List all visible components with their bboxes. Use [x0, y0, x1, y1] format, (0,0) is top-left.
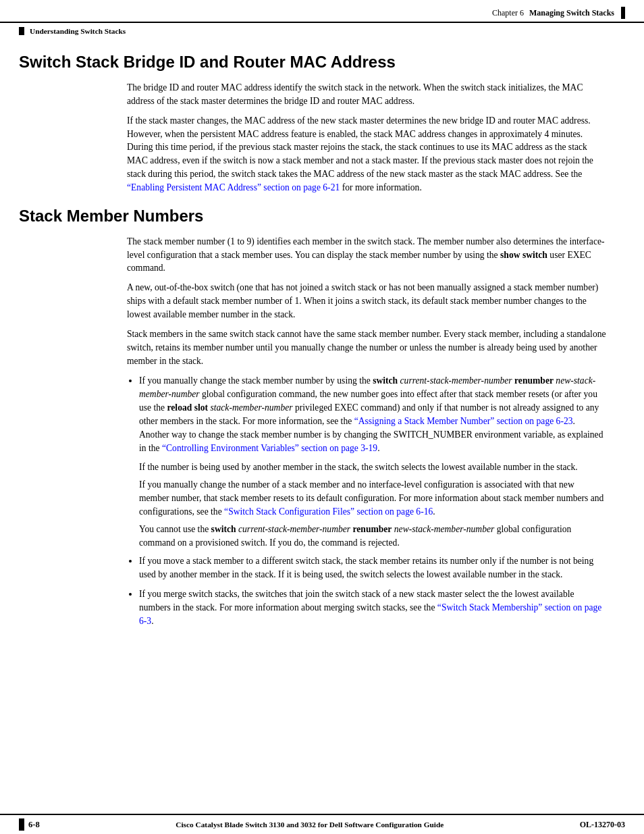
stack-member-p1: The stack member number (1 to 9) identif…: [127, 235, 606, 276]
footer-bar-icon: [19, 818, 24, 831]
stack-member-p3: Stack members in the same switch stack c…: [127, 328, 606, 368]
stack-member-bullets: If you manually change the stack member …: [127, 374, 606, 627]
new-stack-italic2: new-stack-member-number: [392, 524, 494, 534]
renumber-bold2: renumber: [353, 524, 392, 534]
page-footer: 6-8 Cisco Catalyst Blade Switch 3130 and…: [0, 814, 644, 834]
breadcrumb: Understanding Switch Stacks: [0, 26, 644, 41]
current-stack-italic: current-stack-member-number: [398, 375, 514, 386]
assigning-stack-link[interactable]: “Assigning a Stack Member Number” sectio…: [354, 416, 573, 426]
section-title-stack-member-numbers: Stack Member Numbers: [19, 207, 625, 227]
header-bar-icon: [621, 7, 625, 19]
stack-member-num-italic: stack-member-number: [208, 402, 292, 413]
footer-page-number: 6-8: [28, 820, 40, 830]
main-content: Switch Stack Bridge ID and Router MAC Ad…: [0, 53, 644, 628]
bullet-2: If you move a stack member to a differen…: [139, 554, 606, 581]
footer-page-left: 6-8: [19, 818, 40, 831]
bridge-id-p2: If the stack master changes, the MAC add…: [127, 114, 606, 194]
current-stack-italic2: current-stack-member-number: [236, 524, 353, 534]
persistent-mac-link[interactable]: “Enabling Persistent MAC Address” sectio…: [127, 182, 340, 192]
switch-stack-config-link[interactable]: “Switch Stack Configuration Files” secti…: [224, 506, 433, 517]
bullet-1: If you manually change the stack member …: [139, 374, 606, 549]
bullet-1-extra3: You cannot use the switch current-stack-…: [139, 523, 606, 550]
bullet-3: If you merge switch stacks, the switches…: [139, 588, 606, 628]
section-title-bridge-id: Switch Stack Bridge ID and Router MAC Ad…: [19, 53, 625, 73]
show-switch-bold: show switch: [500, 250, 547, 260]
stack-member-body: The stack member number (1 to 9) identif…: [127, 235, 606, 368]
breadcrumb-bar-icon: [19, 27, 24, 35]
footer-right-text: OL-13270-03: [580, 820, 625, 830]
switch-bold2: switch: [211, 524, 236, 534]
reload-slot-bold: reload slot: [167, 402, 209, 413]
header-title: Managing Switch Stacks: [529, 8, 614, 18]
switch-bold: switch: [373, 375, 398, 386]
page: Chapter 6 Managing Switch Stacks Underst…: [0, 0, 644, 834]
section-stack-member-numbers: Stack Member Numbers The stack member nu…: [19, 207, 625, 628]
header-chapter: Chapter 6: [492, 8, 524, 18]
bullet-1-extra1: If the number is being used by another m…: [139, 461, 606, 474]
bullet-1-main: If you manually change the stack member …: [139, 374, 606, 454]
bullet-2-text: If you move a stack member to a differen…: [139, 554, 606, 581]
switch-stack-membership-link[interactable]: “Switch Stack Membership” section on pag…: [139, 602, 601, 626]
renumber-bold: renumber: [514, 375, 554, 386]
bullet-1-extra2: If you manually change the number of a s…: [139, 478, 606, 519]
controlling-env-link[interactable]: “Controlling Environment Variables” sect…: [162, 443, 377, 453]
section-bridge-id: Switch Stack Bridge ID and Router MAC Ad…: [19, 53, 625, 194]
bridge-id-para1: The bridge ID and router MAC address ide…: [127, 81, 606, 194]
bridge-id-p1: The bridge ID and router MAC address ide…: [127, 81, 606, 108]
bullet-3-text: If you merge switch stacks, the switches…: [139, 588, 606, 628]
stack-member-p2: A new, out-of-the-box switch (one that h…: [127, 281, 606, 321]
footer-center-text: Cisco Catalyst Blade Switch 3130 and 303…: [40, 820, 580, 829]
breadcrumb-text: Understanding Switch Stacks: [30, 27, 126, 35]
page-header: Chapter 6 Managing Switch Stacks: [0, 0, 644, 23]
